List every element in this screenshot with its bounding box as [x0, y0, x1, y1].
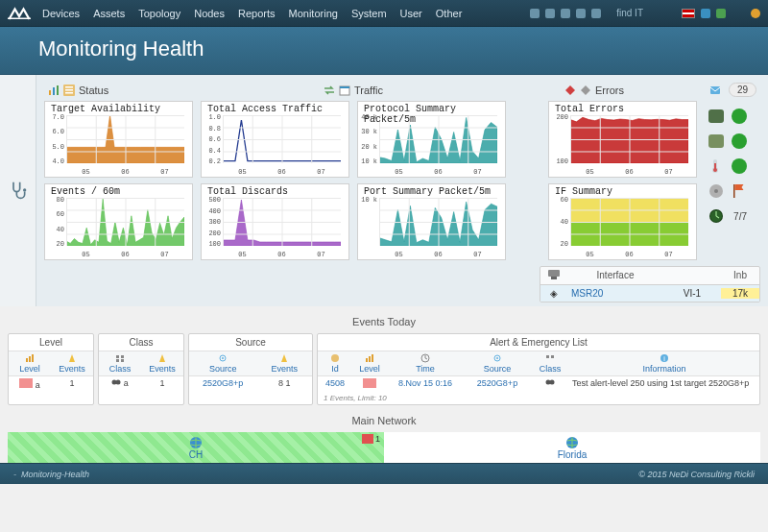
print-icon[interactable]: [701, 9, 710, 18]
tool-icon-4[interactable]: [576, 9, 586, 18]
tool-icon-5[interactable]: [591, 9, 601, 18]
tool-icon-1[interactable]: [530, 9, 540, 18]
source-row[interactable]: 2520G8+p 8 1: [189, 376, 312, 390]
redcell-icon: [363, 378, 376, 388]
board-icon[interactable]: [708, 109, 724, 123]
svg-rect-29: [548, 270, 560, 277]
diamond-red-icon[interactable]: [564, 85, 576, 96]
if-col-inb[interactable]: Inb: [721, 270, 759, 281]
nav-monitoring[interactable]: Monitoring: [289, 8, 338, 19]
class-row[interactable]: a 1: [99, 376, 183, 390]
network-cell-florida[interactable]: Florida: [384, 432, 760, 463]
nav-reports[interactable]: Reports: [238, 8, 276, 19]
if-col-interface[interactable]: Interface: [567, 270, 663, 281]
chart-title: Total Errors: [555, 104, 624, 114]
if-row-inb: 17k: [721, 288, 759, 299]
flag-icon[interactable]: [732, 183, 747, 199]
status-dot-icon[interactable]: [751, 9, 760, 18]
chart-total-access-traffic[interactable]: Total Access Traffic 1.00.80.60.40.2 050…: [201, 101, 349, 178]
alert-th-class[interactable]: Class: [531, 351, 569, 375]
svg-point-39: [116, 380, 121, 385]
chart-title: Protocol Summary Packet/5m: [364, 104, 505, 125]
section-header-row: Status Traffic Errors 29: [44, 83, 760, 97]
svg-rect-35: [121, 355, 124, 358]
alert-th-source[interactable]: Source: [464, 351, 531, 375]
if-row-device[interactable]: MSR20: [567, 288, 663, 299]
chart-grid: Target Availability 7.06.05.04.0 050607 …: [44, 101, 697, 260]
nav-user[interactable]: User: [400, 8, 422, 19]
flag-icon-1[interactable]: [682, 9, 695, 18]
alert-row[interactable]: 4508 8.Nov 15 0:16 2520G8+p Test alert-l…: [318, 376, 759, 392]
source-th-source[interactable]: Source: [189, 351, 256, 375]
interface-table: Interface Inb ◈ MSR20 VI-1 17k: [540, 266, 760, 302]
if-col-icon[interactable]: [540, 270, 567, 281]
traffic-label: Traffic: [354, 85, 383, 96]
nav-other[interactable]: Other: [436, 8, 463, 19]
alert-th-info[interactable]: iInformation: [569, 351, 759, 375]
level-th-level[interactable]: Level: [9, 351, 51, 375]
if-col-empty: [663, 270, 721, 281]
nav-right: find IT: [530, 8, 760, 18]
alert-box: Alert & Emergency List Id Level Time Sou…: [317, 333, 760, 405]
chart-port-summary-packet-5m[interactable]: Port Summary Packet/5m 10 k 050607: [357, 183, 506, 260]
chart-xaxis: 050607: [223, 168, 341, 176]
app-logo-icon[interactable]: [8, 6, 31, 21]
network-cell-ch[interactable]: CH 1: [8, 432, 384, 463]
class-box: Class Class Events a 1: [98, 333, 184, 405]
nav-nodes[interactable]: Nodes: [194, 8, 225, 19]
svg-rect-30: [551, 277, 557, 279]
nav-topology[interactable]: Topology: [138, 8, 180, 19]
chart-if-summary[interactable]: IF Summary 604020 050607: [548, 183, 697, 260]
svg-point-25: [714, 189, 718, 193]
class-th-class[interactable]: Class: [99, 351, 141, 375]
disk-icon[interactable]: [708, 183, 724, 199]
export-icon[interactable]: [716, 9, 726, 18]
if-row-ifname: VI-1: [663, 288, 721, 299]
tool-icon-3[interactable]: [561, 9, 570, 18]
svg-rect-8: [65, 92, 73, 94]
chart-xaxis: 050607: [379, 168, 497, 176]
chart-total-errors[interactable]: Total Errors 200100 050607: [548, 101, 697, 178]
nav-system[interactable]: System: [351, 8, 387, 19]
network-label-florida: Florida: [558, 449, 588, 460]
svg-point-1: [23, 188, 26, 191]
svg-rect-6: [65, 86, 73, 88]
nav-assets[interactable]: Assets: [93, 8, 125, 19]
alert-th-level[interactable]: Level: [352, 351, 387, 375]
stethoscope-icon[interactable]: [9, 181, 28, 200]
svg-rect-34: [116, 355, 119, 358]
chart-icon[interactable]: [48, 85, 60, 96]
level-th-events[interactable]: Events: [51, 351, 93, 375]
svg-rect-2: [49, 90, 51, 95]
chart-target-availability[interactable]: Target Availability 7.06.05.04.0 050607: [44, 101, 193, 178]
arrows-icon[interactable]: [324, 85, 335, 96]
alert-th-id[interactable]: Id: [318, 351, 352, 375]
nav-devices[interactable]: Devices: [42, 8, 80, 19]
search-label[interactable]: find IT: [616, 8, 643, 18]
mail-icon[interactable]: [709, 85, 721, 96]
list-icon[interactable]: [63, 85, 75, 96]
chart-title: Target Availability: [51, 104, 160, 114]
class-th-events[interactable]: Events: [141, 351, 183, 375]
source-th-events[interactable]: Events: [256, 351, 312, 375]
thermometer-icon[interactable]: [708, 158, 722, 174]
svg-rect-11: [710, 86, 720, 94]
level-row[interactable]: a 1: [9, 376, 93, 392]
chart-yaxis: 10 k: [360, 196, 379, 248]
diamond-grey-icon[interactable]: [580, 85, 591, 96]
source-box-title: Source: [189, 334, 312, 351]
binoculars-icon: [111, 378, 121, 386]
chart-total-discards[interactable]: Total Discards 500400300200100 050607: [201, 183, 349, 260]
if-row-icon: ◈: [540, 288, 567, 299]
calendar-icon[interactable]: [339, 85, 350, 96]
tool-icon-2[interactable]: [545, 9, 555, 18]
chart-events-60m[interactable]: Events / 60m 80604020 050607: [44, 183, 193, 260]
alert-footer-note: 1 Events, Limit: 10: [318, 392, 759, 404]
clock-icon[interactable]: [708, 208, 724, 224]
chart-protocol-summary-packet-5m[interactable]: Protocol Summary Packet/5m 40 k30 k20 k1…: [357, 101, 506, 178]
redcell-icon: [19, 378, 33, 388]
chart-xaxis: 050607: [570, 168, 688, 176]
if-table-row[interactable]: ◈ MSR20 VI-1 17k: [540, 285, 759, 302]
memory-icon[interactable]: [708, 134, 724, 148]
alert-th-time[interactable]: Time: [387, 351, 464, 375]
